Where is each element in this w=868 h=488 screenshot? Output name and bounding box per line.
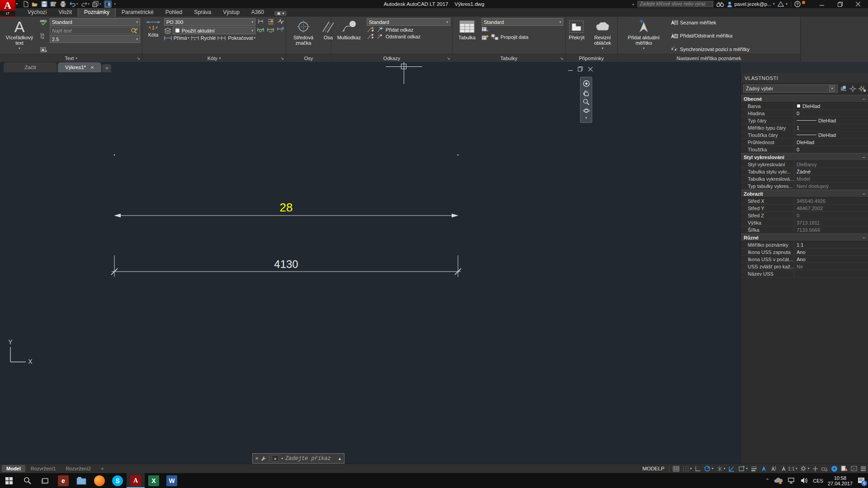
multileader-button[interactable]: Multiodkaz xyxy=(333,18,365,53)
break-dim-icon[interactable] xyxy=(257,19,264,24)
ortho-toggle[interactable] xyxy=(695,466,701,471)
language-indicator[interactable]: CES xyxy=(813,478,823,483)
tab-sprava[interactable]: Správa xyxy=(188,8,217,17)
property-row[interactable]: Styl vykreslování DleBarvy xyxy=(741,161,868,168)
print-icon[interactable] xyxy=(60,1,66,7)
autocad-logo[interactable]: A LT xyxy=(0,0,15,17)
property-row[interactable]: Výška 3713.1811 xyxy=(741,219,868,226)
property-row[interactable]: Měřítko typu čáry 1 xyxy=(741,124,868,131)
panel-leaders-expand-icon[interactable]: ↘ xyxy=(447,56,450,61)
property-row[interactable]: Tloušťka čáry DleHlad xyxy=(741,131,868,139)
section-view[interactable]: Zobrazit − xyxy=(741,190,868,197)
skype-icon[interactable]: S xyxy=(108,473,127,488)
text-align-icon[interactable]: AA xyxy=(40,33,47,39)
osnap-carat-icon[interactable]: ▾ xyxy=(746,467,748,470)
jog-line-icon[interactable] xyxy=(277,19,284,24)
command-history-icon[interactable]: ▲ xyxy=(338,456,342,461)
start-button[interactable] xyxy=(0,473,18,488)
property-row[interactable]: Typ tabulky vykres... Není dostupný xyxy=(741,183,868,190)
table-style-combo[interactable]: Standard▾ xyxy=(481,18,563,26)
orbit-icon[interactable] xyxy=(583,108,590,114)
text-style-icon[interactable]: A xyxy=(40,46,47,52)
quick-properties-icon[interactable] xyxy=(859,85,866,92)
word-icon[interactable]: W xyxy=(163,473,181,488)
section-plot-style[interactable]: Styl vykreslování − xyxy=(741,153,868,161)
find-text-input[interactable]: Najít text ABC xyxy=(50,27,140,34)
annotation-scale-carat-icon[interactable]: ▾ xyxy=(796,467,797,470)
panel-dimensions-label[interactable]: Kóty▾ ↘ xyxy=(142,54,286,62)
help-icon[interactable]: ? xyxy=(794,1,801,7)
collapse-icon[interactable]: − xyxy=(863,191,865,197)
toggle-pickadd-icon[interactable]: + xyxy=(840,85,847,92)
tab-parametricke[interactable]: Parametrické xyxy=(116,8,160,17)
tolerance-icon[interactable] xyxy=(257,27,264,33)
annotation-visibility-toggle[interactable] xyxy=(760,465,767,472)
leader-style-combo[interactable]: Standard▾ xyxy=(367,18,450,26)
dim-layer-combo[interactable]: Použít aktuální▾ xyxy=(173,27,255,34)
snap-mode-toggle[interactable]: ▾ xyxy=(683,466,692,472)
isodraft-carat-icon[interactable]: ▾ xyxy=(724,467,726,470)
zoom-icon[interactable] xyxy=(583,99,590,105)
snap-carat-icon[interactable]: ▾ xyxy=(690,467,692,470)
leader-add-button[interactable]: Přidat odkaz xyxy=(386,27,413,33)
collapse-icon[interactable]: − xyxy=(863,155,865,160)
command-input[interactable]: Zadejte příkaz xyxy=(285,455,331,462)
table-button[interactable]: Tabulka xyxy=(454,18,480,53)
command-recent-carat-icon[interactable]: ▾ xyxy=(281,457,283,460)
model-paper-toggle[interactable]: MODELP xyxy=(642,466,666,471)
polar-tracking-toggle[interactable]: ▾ xyxy=(704,465,713,472)
viewport-restore-button[interactable] xyxy=(577,66,583,72)
grid-display-toggle[interactable] xyxy=(673,466,679,472)
collapse-icon[interactable]: − xyxy=(863,235,865,240)
pan-hand-icon[interactable] xyxy=(583,89,590,96)
signed-in-user[interactable]: pavel.jezek@p... ▾ xyxy=(727,1,774,7)
save-as-icon[interactable] xyxy=(50,1,57,7)
plot-status-button[interactable]: ! xyxy=(841,465,848,472)
selection-combo[interactable]: Žádný výběr ▾ xyxy=(743,84,838,93)
taskbar-search-button[interactable] xyxy=(18,473,36,488)
find-text-icon[interactable]: ABC xyxy=(131,28,138,33)
help-search-input[interactable]: Zadejte klíčové slovo nebo výraz. xyxy=(637,1,713,7)
panel-leaders-label[interactable]: Odkazy ↘ xyxy=(331,54,452,62)
tab-a360[interactable]: A360 xyxy=(245,8,270,17)
redo-carat-icon[interactable]: ▾ xyxy=(88,2,90,6)
tab-vlozit[interactable]: Vložit xyxy=(53,8,78,17)
leader-remove-button[interactable]: Odstranit odkaz xyxy=(386,34,420,39)
object-snap-tracking-toggle[interactable] xyxy=(728,466,735,472)
add-remove-scales-button[interactable]: Přidat/Odstranit měřítka xyxy=(680,33,732,38)
dimension-value-top[interactable]: 28 xyxy=(264,201,309,215)
isolate-objects-button[interactable] xyxy=(821,466,828,472)
sheet-set-carat-icon[interactable]: ▾ xyxy=(99,2,101,6)
dimension-value-bottom[interactable]: 4130 xyxy=(259,258,313,271)
file-tab-start[interactable]: Začít xyxy=(4,62,57,72)
task-view-button[interactable] xyxy=(36,473,54,488)
adjust-space-icon[interactable]: 3 xyxy=(267,19,274,24)
add-current-scale-button[interactable]: Přidat aktuální měřítko ▾ xyxy=(619,18,668,53)
property-row[interactable]: Šířka 7133.5666 xyxy=(741,226,868,234)
command-line[interactable]: ✕ ▸ ▾ Zadejte příkaz ▲ xyxy=(252,453,344,464)
panel-text-expand-icon[interactable]: ↘ xyxy=(137,56,140,61)
property-row[interactable]: Ikona USS zapnuta Ano xyxy=(741,249,868,256)
redo-icon[interactable] xyxy=(81,1,88,7)
mtext-button[interactable]: A Víceřádkový text ▾ xyxy=(2,18,37,53)
navbar-more-icon[interactable]: ▾ xyxy=(585,116,587,120)
customization-carat-icon[interactable]: ▾ xyxy=(807,467,809,470)
annotation-scale-button[interactable]: 1:1 ▾ xyxy=(780,465,797,472)
revcloud-button[interactable]: Revizní obláček ▾ xyxy=(588,18,618,53)
section-misc[interactable]: Různé − xyxy=(741,234,868,241)
lineweight-toggle[interactable] xyxy=(751,466,757,471)
search-binoculars-icon[interactable] xyxy=(717,1,724,7)
clean-screen-button[interactable] xyxy=(831,465,838,472)
status-menu-button[interactable] xyxy=(860,466,866,471)
file-tab-drawing[interactable]: Výkres1* ✕ xyxy=(58,62,101,72)
linear-dim-button[interactable]: Přímá▾ xyxy=(174,35,189,41)
close-button[interactable] xyxy=(849,0,867,8)
restore-button[interactable] xyxy=(831,0,849,8)
layout-tab-layout1[interactable]: Rozvržení1 xyxy=(26,465,61,472)
viewport-minimize-button[interactable] xyxy=(567,66,573,72)
new-file-icon[interactable] xyxy=(23,1,29,7)
new-layout-button[interactable]: + xyxy=(96,465,108,472)
a360-menu[interactable]: ▾ xyxy=(778,1,788,7)
dim-update-icon[interactable] xyxy=(267,27,274,33)
ribbon-display-toggle[interactable]: ▣▾ xyxy=(274,11,287,16)
